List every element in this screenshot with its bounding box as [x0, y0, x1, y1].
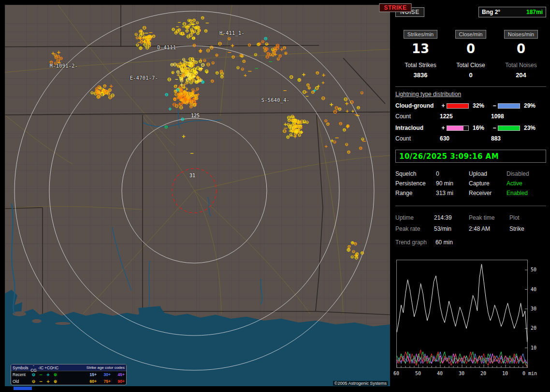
bottom-blue-fragment: [14, 387, 32, 390]
x-tick-label: 50: [415, 371, 421, 376]
trend-window-value: 60 min: [435, 239, 453, 246]
legend-age-label: Strike age color codes: [59, 365, 125, 370]
x-tick-label: 20: [480, 371, 486, 376]
intracloud-label: Intracloud: [395, 125, 440, 131]
intracloud-count-row: Count 630 883: [395, 135, 546, 142]
legend-row-recent: Recent ⊖−+⊕15+30+45+: [11, 371, 126, 378]
close-per-min-value: 0: [466, 42, 475, 56]
peak-rate-value: 53/min: [434, 225, 469, 232]
cg-negative-count: 1098: [491, 113, 546, 120]
x-tick-label: 0 min: [522, 371, 537, 376]
total-close-label: Total Close: [456, 62, 485, 69]
total-noises-label: Total Noises: [505, 62, 536, 69]
trend-graph: 5040302010 6050403020100 min: [395, 260, 546, 381]
noises-per-min-label: Noises/min: [504, 30, 538, 39]
x-tick-label: 60: [393, 371, 399, 376]
map-legend: Symbols -CG -IC +CG +IC Strike age color…: [11, 364, 127, 385]
strike-mode-button[interactable]: STRIKE: [379, 3, 411, 12]
peak-time-value: 2:48 AM: [469, 225, 509, 232]
uptime-label: Uptime: [395, 214, 434, 221]
legend-symbol-icon: ⊕: [52, 372, 59, 377]
distribution-title: Lightning type distribution: [395, 91, 546, 98]
legend-row-label: Old: [13, 379, 30, 384]
y-tick-label: 20: [531, 325, 536, 331]
ic-positive-bar: [447, 126, 469, 131]
status-section: Squelch 0 Upload Disabled Persistence 90…: [395, 169, 546, 198]
cg-positive-bar: [447, 103, 469, 109]
count-label: Count: [395, 113, 440, 120]
trend-series-magenta: [397, 354, 527, 364]
squelch-value: 0: [436, 170, 469, 177]
rate-boxes: Strikes/min 13 Total Strikes 3836 Close/…: [395, 30, 546, 79]
legend-symbol-icon: ⊕: [52, 379, 59, 384]
bearing-readout[interactable]: Bng 2° 187mi: [478, 7, 546, 17]
map-geography: [5, 5, 390, 386]
trend-label-row: Trend graph 60 min: [395, 239, 546, 246]
strikes-per-min-column: Strikes/min 13 Total Strikes 3836: [395, 30, 446, 79]
cg-positive-count: 1225: [440, 113, 491, 120]
capture-label: Capture: [469, 180, 507, 187]
total-strikes-value: 3836: [414, 71, 428, 79]
persistence-row: Persistence 90 min Capture Active: [395, 179, 546, 188]
cg-negative-bar: [498, 103, 520, 109]
age-code: 75+: [100, 379, 111, 384]
noises-per-min-column: Noises/min 0 Total Noises 204: [496, 30, 546, 79]
nexstorm-window: ⊖⊖⊖⊕⊖⊖+−⊖⊖⊖−⊖⊖⊖−++⊖⊖−⊖−+⊖⊖−+⊖⊖−⊖+⊕+⊖++⊖⊖…: [0, 0, 550, 392]
y-tick-label: 30: [531, 306, 536, 311]
status-panel: STRIKE NOISE Bng 2° 187mi Strikes/min 13…: [395, 5, 546, 387]
legend-symbol-icon: +: [44, 372, 52, 377]
noises-per-min-value: 0: [517, 42, 525, 56]
legend-row-label: Recent: [13, 372, 30, 377]
range-row: Range 313 mi Receiver Enabled: [395, 188, 546, 198]
y-tick-label: 10: [531, 345, 536, 350]
trend-plot-area: [396, 260, 528, 368]
uptime-section: Uptime 214:39 Peak time Plot Peak rate 5…: [395, 212, 546, 234]
trend-graph-label: Trend graph: [395, 239, 427, 246]
legend-age-codes: 15+30+45+: [59, 372, 125, 377]
plot-value: Strike: [509, 225, 546, 232]
uptime-row: Uptime 214:39 Peak time Plot: [395, 212, 546, 223]
cloud-ground-count-row: Count 1225 1098: [395, 113, 546, 120]
divider: [395, 86, 546, 87]
total-close-value: 0: [469, 71, 472, 79]
upload-status: Disabled: [507, 170, 546, 177]
peak-time-label: Peak time: [469, 214, 509, 221]
peak-rate-label: Peak rate: [395, 225, 434, 232]
ic-positive-pct: 16%: [471, 125, 491, 131]
legend-age-codes: 60+75+90+: [59, 379, 125, 384]
total-noises-value: 204: [516, 71, 526, 79]
copyright-text: ©2005 Astrogenic Systems: [333, 381, 388, 386]
legend-symbol-icon: ⊖: [30, 379, 37, 384]
legend-header: Symbols -CG -IC +CG +IC Strike age color…: [11, 364, 126, 371]
squelch-row: Squelch 0 Upload Disabled: [395, 169, 546, 179]
persistence-value: 90 min: [436, 180, 469, 187]
close-per-min-label: Close/min: [455, 30, 487, 39]
datetime-readout: 10/26/2025 3:09:16 AM: [395, 150, 546, 163]
intracloud-row: Intracloud + 16% − 23%: [395, 125, 546, 131]
x-tick-label: 30: [459, 371, 464, 376]
strikes-per-min-value: 13: [412, 42, 429, 56]
ic-negative-pct: 23%: [522, 125, 546, 131]
cloud-ground-label: Cloud-ground: [395, 102, 440, 109]
receiver-label: Receiver: [469, 190, 507, 196]
strikes-per-min-label: Strikes/min: [404, 30, 437, 39]
legend-col--ic: -IC: [37, 365, 44, 370]
age-code: 15+: [86, 372, 97, 377]
bearing-label: Bng 2°: [482, 9, 500, 15]
legend-symbol-icon: −: [37, 372, 44, 377]
ic-positive-count: 630: [440, 135, 491, 142]
cg-positive-pct: 32%: [471, 102, 491, 109]
datetime-text: 10/26/2025 3:09:16 AM: [399, 152, 499, 161]
total-strikes-label: Total Strikes: [405, 62, 436, 69]
strike-map[interactable]: ⊖⊖⊖⊕⊖⊖+−⊖⊖⊖−⊖⊖⊖−++⊖⊖−⊖−+⊖⊖−+⊖⊖−⊖+⊕+⊖++⊖⊖…: [5, 5, 390, 386]
legend-symbols-label: Symbols: [13, 365, 30, 370]
legend-col--cg: -CG: [30, 364, 37, 373]
legend-symbol-icon: −: [37, 379, 44, 384]
squelch-label: Squelch: [395, 170, 436, 177]
capture-status: Active: [507, 180, 546, 187]
receiver-status: Enabled: [507, 190, 546, 196]
y-tick-label: 50: [531, 267, 536, 272]
count-label: Count: [395, 135, 440, 142]
bearing-range: 187mi: [526, 9, 543, 15]
plus-sign: +: [440, 125, 447, 131]
